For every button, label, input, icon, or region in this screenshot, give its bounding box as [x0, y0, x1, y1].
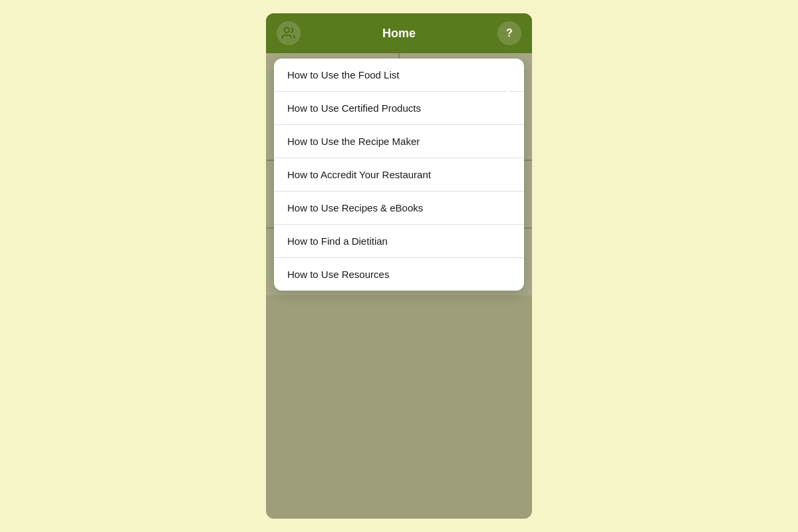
dropdown-item-find-dietitian[interactable]: How to Find a Dietitian: [274, 225, 524, 258]
dropdown-menu: How to Use the Food List How to Use Cert…: [274, 59, 524, 291]
header-title: Home: [382, 27, 416, 41]
svg-point-0: [285, 28, 289, 33]
users-button[interactable]: [277, 21, 301, 45]
dropdown-item-resources[interactable]: How to Use Resources: [274, 258, 524, 291]
app-container: Home ? Accredit YourRestaurant: [266, 13, 532, 519]
dropdown-overlay: How to Use the Food List How to Use Cert…: [266, 53, 532, 519]
question-icon: ?: [506, 27, 513, 39]
dropdown-item-food-list[interactable]: How to Use the Food List: [274, 59, 524, 92]
dropdown-item-accredit-restaurant[interactable]: How to Accredit Your Restaurant: [274, 158, 524, 192]
header: Home ?: [266, 13, 532, 53]
dropdown-item-recipe-maker[interactable]: How to Use the Recipe Maker: [274, 125, 524, 158]
dropdown-item-certified-products[interactable]: How to Use Certified Products: [274, 92, 524, 125]
help-button[interactable]: ?: [497, 21, 521, 45]
dropdown-item-recipes-ebooks[interactable]: How to Use Recipes & eBooks: [274, 192, 524, 225]
